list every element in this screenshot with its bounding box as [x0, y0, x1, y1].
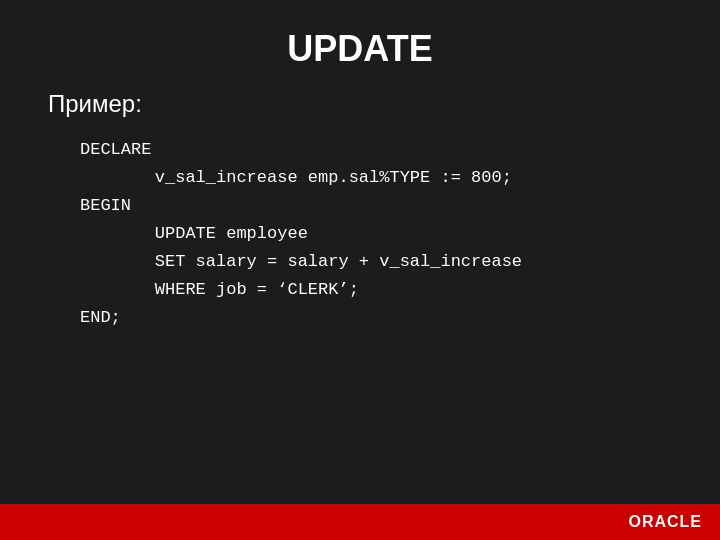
code-line-6: WHERE job = ‘CLERK’; [80, 276, 720, 304]
oracle-label: ORACLE [628, 513, 720, 531]
slide-container: UPDATE Пример: DECLARE v_sal_increase em… [0, 0, 720, 540]
code-line-7: END; [80, 304, 720, 332]
code-line-5: SET salary = salary + v_sal_increase [80, 248, 720, 276]
code-line-1: DECLARE [80, 136, 720, 164]
code-line-3: BEGIN [80, 192, 720, 220]
footer-bar: ORACLE [0, 504, 720, 540]
code-block: DECLARE v_sal_increase emp.sal%TYPE := 8… [0, 136, 720, 540]
slide-title: UPDATE [0, 0, 720, 80]
section-label: Пример: [0, 80, 720, 136]
code-line-4: UPDATE employee [80, 220, 720, 248]
code-line-2: v_sal_increase emp.sal%TYPE := 800; [80, 164, 720, 192]
